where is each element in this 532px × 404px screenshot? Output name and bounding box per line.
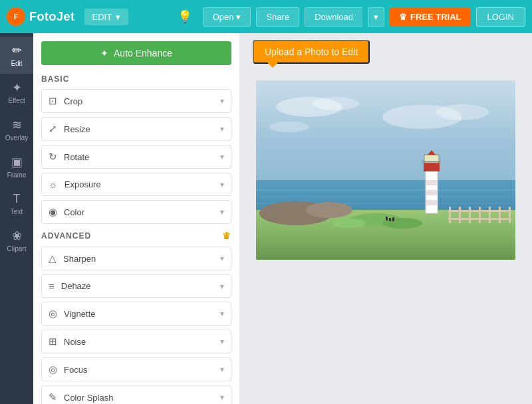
sidebar-label-overlay: Overlay [5, 134, 28, 142]
edit-icon: ✏ [12, 43, 22, 58]
overlay-icon: ≋ [12, 118, 22, 132]
sidebar-item-text[interactable]: T Text [0, 185, 33, 222]
logo-icon: F [7, 7, 25, 26]
clipart-icon: ❀ [12, 229, 22, 243]
tool-exposure[interactable]: ☼ Exposure ▾ [41, 173, 231, 196]
sidebar-item-clipart[interactable]: ❀ Clipart [0, 222, 33, 259]
svg-rect-23 [469, 207, 471, 223]
dehaze-icon: ≡ [49, 280, 55, 292]
resize-chevron-icon: ▾ [220, 124, 224, 134]
svg-point-4 [436, 104, 489, 120]
sidebar-label-frame: Frame [7, 171, 27, 179]
text-icon: T [13, 192, 21, 206]
sharpen-chevron-icon: ▾ [220, 254, 224, 263]
svg-rect-14 [426, 180, 438, 185]
basic-section-title: BASIC [41, 74, 231, 84]
tool-color-splash[interactable]: ✎ Color Splash ▾ [41, 385, 231, 404]
login-button[interactable]: LOGIN [476, 7, 525, 27]
open-chevron-icon: ▾ [236, 12, 241, 22]
advanced-section-title: ADVANCED ♛ [41, 231, 231, 241]
exposure-icon: ☼ [49, 179, 58, 190]
color-splash-icon: ✎ [49, 391, 57, 403]
app-header: F FotoJet EDIT ▾ 💡 Open ▾ Share Download… [0, 0, 532, 33]
svg-point-12 [306, 202, 352, 218]
svg-rect-33 [386, 217, 388, 221]
svg-rect-34 [389, 218, 391, 221]
noise-chevron-icon: ▾ [220, 337, 224, 346]
rotate-chevron-icon: ▾ [220, 152, 224, 161]
tool-dehaze[interactable]: ≡ Dehaze ▾ [41, 274, 231, 298]
crown-header-icon: ♛ [399, 12, 407, 22]
logo-area: F FotoJet [7, 7, 75, 26]
tools-panel: ✦ Auto Enhance BASIC ⊡ Crop ▾ ⤢ Resize ▾… [33, 33, 239, 404]
exposure-chevron-icon: ▾ [220, 180, 224, 189]
tool-vignette[interactable]: ◎ Vignette ▾ [41, 302, 231, 326]
tool-focus[interactable]: ◎ Focus ▾ [41, 357, 231, 381]
svg-rect-15 [426, 190, 438, 195]
sidebar-item-effect[interactable]: ✦ Effect [0, 74, 33, 111]
photo-container [256, 80, 515, 260]
svg-point-32 [332, 219, 366, 228]
sidebar-label-effect: Effect [8, 97, 25, 104]
svg-rect-27 [509, 207, 511, 223]
download-button[interactable]: Download [305, 7, 362, 27]
svg-rect-16 [426, 200, 438, 205]
sidebar-item-edit[interactable]: ✏ Edit [0, 37, 33, 74]
crop-icon: ⊡ [49, 95, 57, 107]
sidebar-item-overlay[interactable]: ≋ Overlay [0, 111, 33, 148]
upload-prompt-button[interactable]: Upload a Photo to Edit [253, 40, 370, 64]
open-button[interactable]: Open ▾ [203, 7, 251, 27]
svg-point-5 [269, 122, 309, 132]
edit-dropdown[interactable]: EDIT ▾ [84, 9, 129, 25]
tool-sharpen[interactable]: △ Sharpen ▾ [41, 247, 231, 270]
vignette-icon: ◎ [49, 308, 57, 320]
free-trial-button[interactable]: ♛ FREE TRIAL [390, 8, 471, 26]
svg-rect-26 [499, 207, 501, 223]
edit-chevron-icon: ▾ [116, 12, 120, 22]
dehaze-chevron-icon: ▾ [220, 282, 224, 291]
sidebar-label-text: Text [11, 208, 23, 215]
advanced-crown-icon: ♛ [222, 231, 231, 241]
focus-icon: ◎ [49, 363, 57, 375]
focus-chevron-icon: ▾ [220, 365, 224, 374]
sharpen-icon: △ [49, 252, 57, 264]
tool-rotate[interactable]: ↻ Rotate ▾ [41, 145, 231, 169]
sidebar-nav: ✏ Edit ✦ Effect ≋ Overlay ▣ Frame T Text… [0, 33, 33, 404]
main-area: ✏ Edit ✦ Effect ≋ Overlay ▣ Frame T Text… [0, 33, 532, 404]
svg-point-31 [382, 218, 422, 229]
logo-text: FotoJet [29, 10, 75, 24]
svg-rect-29 [448, 218, 511, 220]
sidebar-item-frame[interactable]: ▣ Frame [0, 148, 33, 185]
crop-chevron-icon: ▾ [220, 96, 224, 106]
svg-rect-28 [448, 210, 511, 212]
download-arrow-button[interactable]: ▾ [368, 7, 384, 27]
sidebar-label-clipart: Clipart [7, 245, 27, 252]
svg-rect-25 [489, 207, 491, 223]
rotate-icon: ↻ [49, 151, 57, 163]
svg-rect-35 [392, 217, 394, 221]
vignette-chevron-icon: ▾ [220, 309, 224, 318]
svg-rect-21 [449, 207, 451, 223]
hint-icon-button[interactable]: 💡 [172, 6, 198, 27]
tool-color[interactable]: ◉ Color ▾ [41, 200, 231, 224]
frame-icon: ▣ [11, 155, 23, 169]
svg-rect-24 [479, 207, 481, 223]
color-icon: ◉ [49, 206, 57, 218]
photo-image [256, 80, 515, 260]
sidebar-label-edit: Edit [11, 60, 22, 67]
noise-icon: ⊞ [49, 336, 57, 348]
tool-noise[interactable]: ⊞ Noise ▾ [41, 330, 231, 354]
share-button[interactable]: Share [256, 7, 299, 27]
color-chevron-icon: ▾ [220, 207, 224, 217]
tool-resize[interactable]: ⤢ Resize ▾ [41, 117, 231, 141]
svg-rect-22 [459, 207, 461, 223]
svg-point-2 [313, 97, 359, 110]
effect-icon: ✦ [12, 80, 22, 95]
color-splash-chevron-icon: ▾ [220, 393, 224, 402]
resize-icon: ⤢ [49, 123, 57, 135]
download-chevron-icon: ▾ [374, 12, 378, 22]
tool-crop[interactable]: ⊡ Crop ▾ [41, 89, 231, 113]
edit-label: EDIT [92, 12, 112, 22]
canvas-area: Upload a Photo to Edit [239, 33, 532, 404]
auto-enhance-button[interactable]: ✦ Auto Enhance [41, 41, 231, 65]
